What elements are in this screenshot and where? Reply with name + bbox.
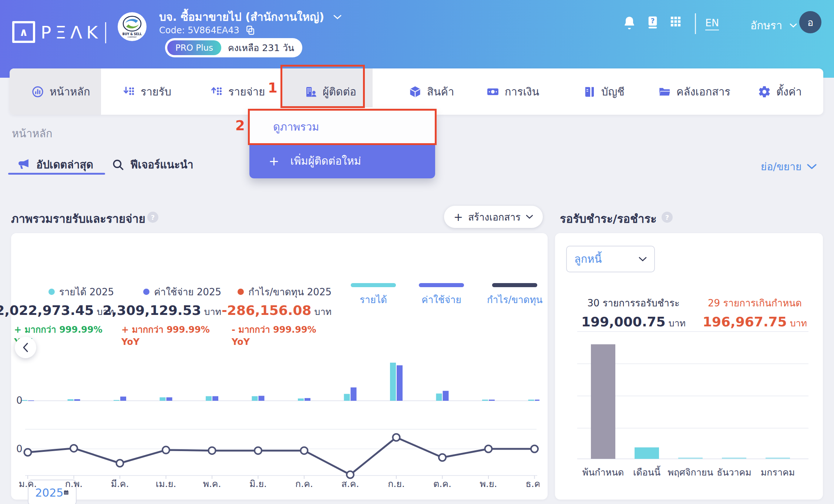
active-tab-underline [8, 173, 105, 175]
chevron-down-icon [526, 215, 533, 219]
svg-text:พฤศจิกายน: พฤศจิกายน [667, 467, 713, 478]
language-toggle[interactable]: EN [705, 17, 719, 30]
nav-item-expense[interactable]: รายจ่าย [210, 68, 265, 115]
peak-wordmark: PΞΛK [41, 22, 102, 43]
plan-pill[interactable]: PRO Plus คงเหลือ 231 วัน [165, 38, 302, 57]
company-code-text: Code: 5V864EA43 [159, 25, 239, 36]
nav-item-documents[interactable]: คลังเอกสาร [658, 68, 730, 115]
stat-profit: กำไร/ขาดทุน 2025 -286,156.08บาท - มากกว่… [232, 284, 332, 347]
main-nav: หน้าหลัก รายรับ รายจ่า [10, 68, 823, 115]
user-name: อักษรา [750, 17, 782, 34]
stat-expense-yoy: + มากกว่า 999.99% YoY [121, 322, 221, 347]
ledger-icon [583, 85, 596, 98]
chevron-down-icon [807, 164, 817, 169]
nav-item-home[interactable]: หน้าหลัก [10, 68, 101, 115]
stat-profit-yoy: - มากกว่า 999.99% YoY [232, 322, 332, 347]
buy-sell-logo-icon [122, 16, 142, 32]
svg-text:ส.ค.: ส.ค. [342, 478, 359, 489]
help-guide-icon[interactable]: ? [646, 15, 659, 30]
receivables-help-icon[interactable]: ? [662, 212, 673, 223]
peak-logo-icon: ∧ [12, 21, 35, 43]
menu-item-label: ดูภาพรวม [273, 118, 319, 135]
pending-label: 30 รายการรอรับชำระ [587, 295, 680, 310]
nav-label-home: หน้าหลัก [50, 83, 90, 100]
buy-sell-logo-subtext: COMPANY [128, 36, 137, 38]
dashboard-icon [31, 85, 44, 98]
svg-text:ก.ค.: ก.ค. [295, 478, 313, 489]
overview-help-icon[interactable]: ? [147, 212, 158, 223]
stat-expense-value: 2,309,129.53บาท [102, 303, 221, 319]
svg-text:พ.ค.: พ.ค. [203, 478, 221, 489]
stat-profit-label: กำไร/ขาดทุน 2025 [238, 284, 332, 299]
stat-expense-label: ค่าใช้จ่าย 2025 [143, 284, 221, 299]
product-box-icon [408, 85, 422, 98]
peak-dashboard: ∧ PΞΛK BUY & SELL COMPANY บจ. ซื้อมาขายไ… [0, 0, 834, 504]
expense-dot [143, 289, 149, 295]
nav-item-settings[interactable]: ตั้งค่า [758, 68, 802, 115]
breadcrumb: หน้าหลัก [12, 125, 53, 142]
menu-item-add-contact[interactable]: + เพิ่มผู้ติดต่อใหม่ [249, 144, 435, 178]
svg-text:พ.ย.: พ.ย. [480, 478, 497, 489]
nav-item-contacts[interactable]: ผู้ติดต่อ [304, 68, 356, 115]
legend-expense-swatch [419, 283, 464, 287]
receivables-chart: พ้นกำหนดเดือนนี้พฤศจิกายนธันวาคมมกราคม [572, 327, 812, 487]
stat-profit-value: -286,156.08บาท [222, 303, 332, 319]
chart-prev-button[interactable] [15, 337, 36, 358]
app-header: ∧ PΞΛK BUY & SELL COMPANY บจ. ซื้อมาขายไ… [0, 0, 834, 78]
notification-bell-icon[interactable] [622, 15, 636, 30]
money-icon [486, 85, 500, 98]
stat-income-label: รายได้ 2025 [48, 284, 114, 299]
svg-text:ก.ย.: ก.ย. [388, 478, 405, 489]
stat-income-value: 2,022,973.45บาท [0, 303, 114, 319]
chart-legend: รายได้ ค่าใช้จ่าย กำไร/ขาดทุน [351, 283, 542, 307]
plan-badge: PRO Plus [167, 40, 221, 55]
nav-label-income: รายรับ [141, 83, 171, 100]
company-switcher[interactable]: บจ. ซื้อมาขายไป (สำนักงานใหญ่) [159, 8, 342, 26]
buy-sell-logo-text: BUY & SELL [122, 33, 142, 36]
company-logo[interactable]: BUY & SELL COMPANY [118, 12, 147, 41]
debtor-filter-select[interactable]: ลูกหนี้ [566, 246, 655, 272]
legend-expense[interactable]: ค่าใช้จ่าย [419, 283, 464, 307]
debtor-filter-value: ลูกหนี้ [574, 251, 602, 268]
legend-profit[interactable]: กำไร/ขาดทุน [487, 283, 542, 307]
nav-item-finance[interactable]: การเงิน [486, 68, 539, 115]
nav-label-documents: คลังเอกสาร [676, 83, 730, 100]
chevron-down-icon [639, 257, 647, 262]
profit-dot [238, 289, 244, 295]
legend-profit-swatch [492, 283, 537, 287]
nav-label-accounting: บัญชี [601, 83, 625, 100]
copy-icon[interactable] [245, 25, 255, 36]
tab-latest-updates[interactable]: อัปเดตล่าสุด [16, 156, 93, 173]
tab-label: อัปเดตล่าสุด [36, 156, 93, 173]
menu-item-view-overview[interactable]: ดูภาพรวม [249, 110, 435, 144]
user-menu[interactable]: อักษรา [750, 17, 797, 34]
overview-section-title: ภาพรวมรายรับและรายจ่าย [11, 209, 145, 228]
menu-item-label: เพิ่มผู้ติดต่อใหม่ [290, 152, 361, 169]
legend-income[interactable]: รายได้ [351, 283, 396, 307]
nav-item-accounting[interactable]: บัญชี [583, 68, 625, 115]
brand-divider [105, 22, 106, 43]
chevron-down-icon [790, 23, 797, 28]
expense-icon [210, 85, 223, 98]
chevron-down-icon [333, 14, 342, 20]
tab-recommended-features[interactable]: ฟีเจอร์แนะนำ [112, 156, 194, 173]
svg-text:มิ.ย.: มิ.ย. [249, 478, 267, 489]
nav-item-products[interactable]: สินค้า [408, 68, 454, 115]
nav-label-products: สินค้า [427, 83, 454, 100]
plus-icon: + [454, 211, 463, 224]
income-dot [48, 289, 55, 295]
apps-grid-icon[interactable] [669, 15, 682, 30]
company-name: บจ. ซื้อมาขายไป (สำนักงานใหญ่) [159, 8, 324, 26]
create-document-button[interactable]: + สร้างเอกสาร [444, 206, 543, 228]
nav-item-income[interactable]: รายรับ [122, 68, 171, 115]
annotation-step-1: 1 [268, 80, 278, 96]
collapse-label: ย่อ/ขยาย [761, 158, 801, 175]
svg-text:ธ.ค.: ธ.ค. [526, 478, 539, 489]
overview-chart: ม.ค.ก.พ.มี.ค.เม.ย.พ.ค.มิ.ย.ก.ค.ส.ค.ก.ย.ต… [14, 351, 539, 496]
collapse-expand-toggle[interactable]: ย่อ/ขยาย [761, 158, 817, 175]
svg-text:มี.ค.: มี.ค. [111, 478, 129, 489]
user-avatar[interactable]: อ [799, 11, 821, 33]
svg-text:ธันวาคม: ธันวาคม [717, 467, 751, 478]
peak-logo-caret: ∧ [19, 26, 28, 38]
nav-label-finance: การเงิน [505, 83, 539, 100]
